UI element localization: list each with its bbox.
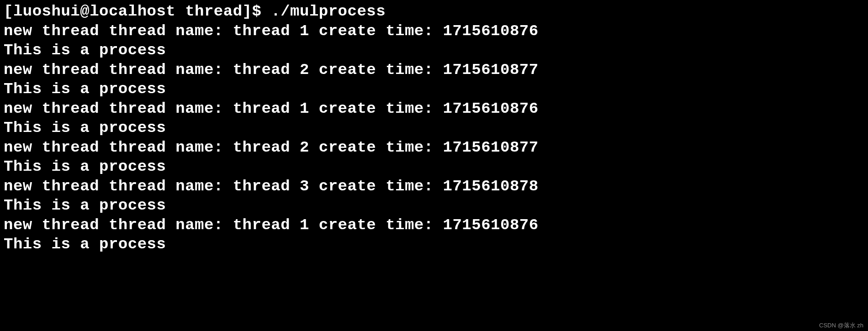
- terminal-output-line: This is a process: [4, 157, 864, 177]
- terminal-output-line: This is a process: [4, 118, 864, 138]
- terminal-output-line: new thread thread name: thread 1 create …: [4, 215, 864, 235]
- terminal-output-line: This is a process: [4, 79, 864, 99]
- terminal-output-line: This is a process: [4, 41, 864, 60]
- terminal-output-line: This is a process: [4, 235, 864, 254]
- terminal-prompt-line: [luoshui@localhost thread]$ ./mulprocess: [4, 2, 864, 21]
- terminal-window[interactable]: [luoshui@localhost thread]$ ./mulprocess…: [4, 2, 864, 254]
- terminal-output-line: This is a process: [4, 196, 864, 215]
- terminal-output-line: new thread thread name: thread 1 create …: [4, 21, 864, 41]
- watermark-text: CSDN @落水 zh: [819, 322, 863, 329]
- terminal-output-line: new thread thread name: thread 1 create …: [4, 99, 864, 119]
- terminal-output-line: new thread thread name: thread 2 create …: [4, 60, 864, 80]
- terminal-output-line: new thread thread name: thread 2 create …: [4, 138, 864, 158]
- terminal-output-line: new thread thread name: thread 3 create …: [4, 177, 864, 196]
